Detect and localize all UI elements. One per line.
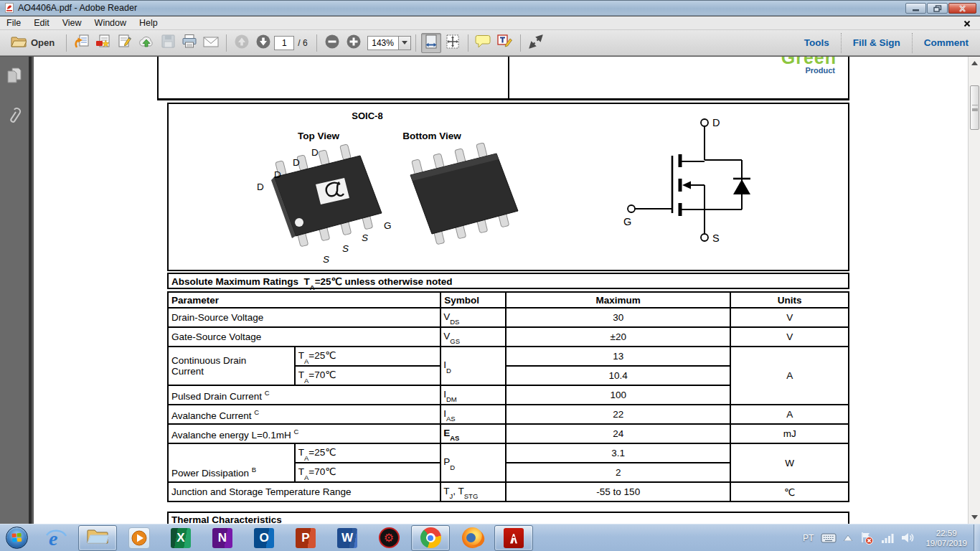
fill-sign-panel-button[interactable]: Fill & Sign (842, 34, 912, 52)
amr-title-text: Absolute Maximum Ratings T (171, 276, 310, 287)
taskbar-item-powerpoint[interactable]: P (286, 525, 325, 551)
print-icon (182, 34, 197, 52)
create-pdf-button[interactable] (93, 33, 113, 53)
clock[interactable]: 22:59 19/07/2019 (919, 528, 974, 548)
show-desktop-button[interactable] (974, 524, 980, 551)
fit-width-button[interactable] (421, 33, 441, 53)
table-row: Avalanche Current C IAS 22 A (168, 405, 849, 424)
restore-button[interactable] (927, 3, 948, 14)
hidden-icons-chevron-icon[interactable] (840, 524, 856, 551)
bottom-view-package (410, 143, 518, 245)
table-row: Continuous DrainCurrent TA=25℃ ID 13 A (168, 347, 849, 366)
taskbar-item-outlook[interactable]: O (245, 525, 283, 551)
table-row: Gate-Source Voltage VGS ±20 V (168, 327, 849, 347)
toolbar-separator (316, 34, 317, 52)
network-signal-icon[interactable] (877, 524, 897, 551)
taskbar-item-gear-app[interactable]: ⚙ (369, 525, 408, 551)
page-number-input[interactable] (274, 36, 294, 50)
top-view-label: Top View (279, 131, 358, 141)
taskbar-item-file-explorer[interactable] (78, 525, 117, 551)
fullscreen-icon (528, 34, 544, 52)
col-header-maximum: Maximum (506, 292, 730, 308)
internet-explorer-icon: e (44, 527, 67, 550)
previous-view-button[interactable] (72, 33, 92, 53)
action-center-flag-icon[interactable] (856, 524, 877, 551)
taskbar-item-chrome[interactable] (411, 525, 450, 551)
open-button[interactable]: Open (4, 33, 61, 53)
vertical-scrollbar[interactable] (968, 57, 980, 524)
taskbar-item-internet-explorer[interactable]: e (37, 525, 75, 551)
mosfet-gate-label: G (623, 216, 631, 227)
save-icon (161, 34, 176, 52)
page-thumbnails-icon[interactable] (6, 67, 22, 84)
mosfet-symbol: D G S (618, 114, 776, 250)
fullscreen-button[interactable] (526, 33, 546, 53)
attachments-icon[interactable] (6, 104, 22, 126)
comment-panel-button[interactable]: Comment (913, 34, 980, 52)
pin-label-s1: S (323, 254, 329, 265)
adobe-reader-icon (504, 528, 524, 548)
pin-label-d4: D (311, 147, 319, 158)
close-button[interactable] (948, 3, 976, 14)
col-header-symbol: Symbol (440, 292, 506, 308)
menu-window[interactable]: Window (88, 17, 133, 29)
fit-page-button[interactable] (443, 33, 463, 53)
keyboard-icon[interactable] (817, 524, 840, 551)
datasheet-top-cell-left (157, 57, 509, 100)
taskbar-item-media-player[interactable] (120, 525, 159, 551)
amr-title-sub: A (310, 283, 315, 291)
taskbar-item-firefox[interactable] (453, 525, 491, 551)
save-button[interactable] (158, 33, 178, 53)
scroll-up-icon[interactable] (969, 57, 980, 69)
tools-panel-button[interactable]: Tools (793, 34, 841, 52)
table-row: Junction and Storage Temperature Range T… (168, 482, 849, 501)
zoom-in-button[interactable] (344, 33, 364, 53)
col-header-units: Units (730, 292, 849, 308)
zoom-out-icon (324, 34, 340, 52)
pin-label-s3: S (362, 232, 368, 243)
start-button[interactable] (6, 527, 28, 549)
menu-file[interactable]: File (0, 17, 27, 29)
volume-speaker-icon[interactable] (897, 524, 919, 551)
menu-help[interactable]: Help (133, 17, 164, 29)
zoom-in-icon (346, 34, 362, 52)
menu-view[interactable]: View (56, 17, 88, 29)
powerpoint-icon: P (296, 528, 316, 548)
zoom-out-button[interactable] (322, 33, 342, 53)
sign-document-icon (117, 34, 133, 52)
firefox-icon (462, 527, 483, 548)
scrollbar-thumb[interactable] (970, 85, 979, 130)
zoom-dropdown-button[interactable] (399, 36, 411, 50)
add-comment-button[interactable] (473, 33, 494, 53)
taskbar-item-word[interactable]: W (328, 525, 367, 551)
pin-label-g: G (384, 220, 392, 231)
folder-icon (11, 35, 27, 51)
cloud-upload-button[interactable] (136, 33, 156, 53)
taskbar-item-adobe-reader[interactable] (494, 525, 533, 551)
tray-time: 22:59 (925, 528, 967, 538)
email-icon (203, 35, 219, 51)
sign-document-button[interactable] (115, 33, 135, 53)
menu-edit[interactable]: Edit (27, 17, 56, 29)
scroll-down-icon[interactable] (969, 512, 980, 523)
package-name-label: SOIC-8 (328, 110, 407, 121)
language-indicator[interactable]: PT (799, 524, 817, 551)
print-button[interactable] (179, 33, 199, 53)
outlook-icon: O (254, 528, 274, 548)
pdf-app-icon (4, 3, 14, 13)
minimize-button[interactable] (905, 3, 926, 14)
excel-icon: X (171, 528, 191, 548)
menubar-close-icon[interactable] (963, 19, 971, 29)
windows-flag-icon (11, 532, 22, 543)
taskbar-item-onenote[interactable]: N (203, 525, 242, 551)
next-page-button[interactable] (253, 33, 273, 53)
soic8-package-drawing: D D D D S S S G (253, 143, 525, 269)
zoom-level-input[interactable] (367, 36, 399, 50)
highlight-text-button[interactable] (495, 33, 515, 53)
toolbar-separator (468, 34, 468, 52)
taskbar-item-excel[interactable]: X (161, 525, 200, 551)
pane-divider[interactable] (29, 57, 32, 524)
email-button[interactable] (201, 33, 221, 53)
previous-page-button[interactable] (232, 33, 252, 53)
fit-width-icon (423, 34, 439, 52)
